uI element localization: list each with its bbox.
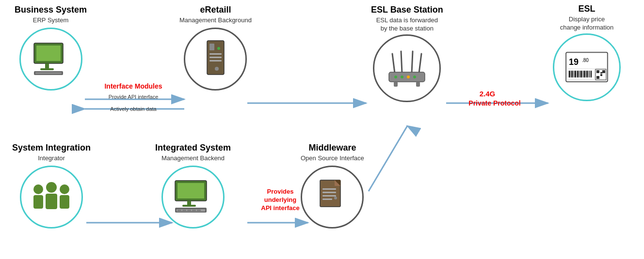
svg-point-22 — [215, 67, 219, 71]
svg-point-33 — [413, 76, 416, 78]
system-integration-circle — [20, 166, 83, 229]
middleware-subtitle: Open Source Interface — [301, 154, 364, 162]
middleware-circle — [301, 166, 364, 229]
svg-rect-61 — [602, 70, 605, 73]
eretaill-subtitle: Management Background — [179, 16, 252, 24]
svg-line-9 — [369, 126, 407, 191]
svg-rect-11 — [36, 46, 61, 61]
interface-modules-label: Interface Modules — [95, 82, 172, 90]
team-icon — [30, 179, 73, 215]
eretaill-circle — [184, 28, 247, 91]
integrated-system-subtitle: Management Backend — [161, 154, 225, 162]
svg-line-24 — [401, 51, 402, 73]
svg-point-89 — [334, 197, 337, 199]
eretaill-node: eRetaill Management Background — [179, 5, 252, 91]
svg-rect-86 — [322, 192, 336, 193]
esl-circle: 19 .80 — [553, 33, 621, 101]
document-icon — [318, 178, 347, 216]
svg-rect-72 — [177, 183, 204, 198]
svg-point-30 — [394, 76, 397, 78]
svg-rect-19 — [209, 53, 222, 55]
svg-rect-20 — [209, 57, 222, 58]
svg-rect-28 — [394, 82, 398, 87]
esl-title: ESL — [578, 4, 595, 15]
esl-node: ESL Display price change information 19 … — [553, 4, 621, 101]
system-integration-subtitle: Integrator — [38, 154, 65, 162]
svg-rect-80 — [192, 210, 196, 211]
middleware-node: Middleware Open Source Interface — [301, 143, 364, 229]
business-system-node: Business System ERP System — [15, 5, 87, 91]
router-icon — [385, 49, 429, 88]
provide-api-label: Provide API interface — [95, 94, 172, 100]
svg-rect-29 — [416, 82, 420, 87]
svg-point-65 — [33, 184, 43, 194]
integrated-system-node: Integrated System Management Backend — [155, 143, 231, 229]
svg-line-26 — [419, 54, 421, 73]
svg-rect-17 — [209, 44, 214, 50]
system-integration-title: System Integration — [12, 143, 91, 153]
svg-rect-64 — [600, 72, 602, 74]
svg-point-67 — [46, 182, 57, 193]
esl-base-station-circle — [373, 34, 441, 102]
svg-rect-87 — [322, 195, 336, 197]
svg-rect-60 — [596, 70, 599, 73]
actively-obtain-label: Actively obtain data — [95, 106, 172, 112]
svg-rect-68 — [46, 194, 57, 209]
svg-rect-78 — [182, 210, 186, 211]
svg-rect-12 — [45, 63, 49, 68]
esl-base-station-node: ESL Base Station ESL data is forwarded b… — [371, 5, 443, 102]
eretaill-title: eRetaill — [200, 5, 231, 15]
integrated-system-title: Integrated System — [155, 143, 231, 153]
business-system-subtitle: ERP System — [33, 16, 68, 24]
svg-line-23 — [392, 54, 395, 73]
svg-point-32 — [407, 76, 410, 78]
svg-rect-63 — [600, 74, 602, 76]
svg-point-31 — [401, 76, 403, 78]
esl-subtitle1: Display price — [569, 15, 605, 23]
middleware-title: Middleware — [308, 143, 356, 153]
svg-text:19: 19 — [569, 57, 579, 67]
computer-icon — [32, 42, 70, 76]
server-icon — [202, 40, 229, 78]
svg-rect-79 — [187, 210, 191, 211]
svg-rect-62 — [596, 76, 599, 79]
system-integration-node: System Integration Integrator — [12, 143, 91, 229]
monitor-icon — [173, 180, 214, 214]
svg-rect-88 — [322, 198, 332, 200]
svg-rect-15 — [35, 72, 62, 74]
svg-rect-81 — [197, 210, 201, 211]
svg-rect-66 — [33, 195, 43, 209]
svg-rect-73 — [187, 201, 191, 205]
two-four-g-label: 2.4G — [456, 90, 519, 98]
svg-text:.80: .80 — [582, 58, 589, 63]
esl-tag-icon: 19 .80 — [565, 51, 609, 83]
svg-rect-74 — [182, 205, 196, 207]
business-system-title: Business System — [15, 5, 87, 15]
esl-subtitle2: change information — [560, 24, 614, 31]
svg-rect-77 — [177, 210, 181, 211]
diagram: Business System ERP System Interface — [0, 0, 644, 259]
esl-base-station-subtitle1: ESL data is forwarded — [376, 16, 438, 24]
svg-line-25 — [412, 51, 413, 73]
integrated-system-circle — [161, 166, 225, 229]
esl-base-station-title: ESL Base Station — [371, 5, 443, 15]
svg-rect-21 — [209, 60, 222, 61]
svg-rect-70 — [60, 195, 69, 209]
private-protocol-label: Private Protocol — [456, 99, 533, 107]
svg-point-18 — [217, 47, 220, 50]
svg-rect-85 — [322, 188, 336, 190]
svg-point-69 — [60, 184, 69, 194]
esl-base-station-subtitle2: by the base station — [381, 25, 434, 32]
svg-rect-13 — [40, 68, 54, 70]
business-system-circle — [19, 28, 82, 91]
